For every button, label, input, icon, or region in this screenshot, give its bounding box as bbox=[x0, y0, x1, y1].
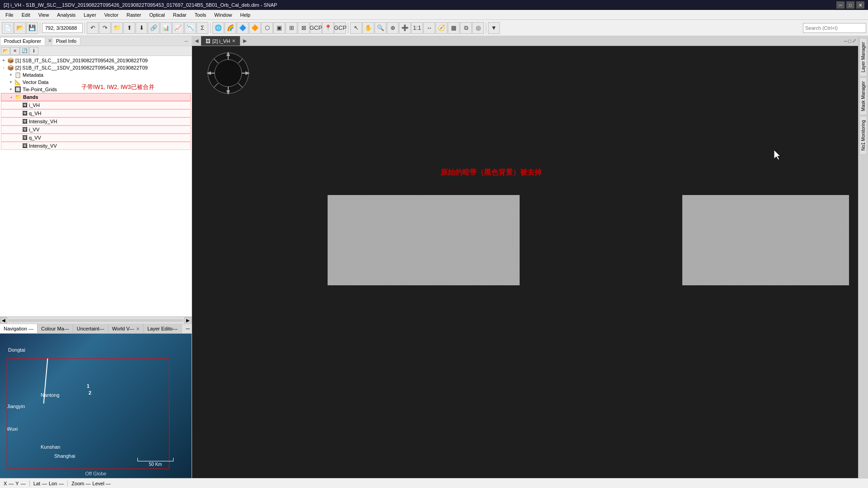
bottom-tabs-minimize[interactable]: ─ bbox=[186, 325, 190, 332]
menu-help[interactable]: Help bbox=[236, 11, 254, 19]
tree-item-tiepoint[interactable]: + 🔲 Tie-Point_Grids bbox=[1, 86, 191, 93]
world-view-button[interactable]: 🌐 bbox=[212, 22, 224, 34]
tab-navigation[interactable]: Navigation --- bbox=[0, 324, 38, 333]
toggle-bands[interactable]: - bbox=[9, 94, 14, 100]
toggle-intensityvv[interactable] bbox=[16, 143, 21, 149]
tile-button[interactable]: ▦ bbox=[448, 22, 460, 34]
import-button[interactable]: ⬆ bbox=[123, 22, 135, 34]
toggle-product2[interactable]: - bbox=[1, 65, 6, 70]
view-tab-close[interactable]: ✕ bbox=[232, 38, 235, 43]
zoom-fit-button[interactable]: ⊕ bbox=[387, 22, 399, 34]
tree-item-product1[interactable]: + 📦 [1] S1B_IT_SLC__1SDV_20190822T095426… bbox=[1, 57, 191, 64]
view-restore[interactable]: ⤢ bbox=[852, 38, 856, 44]
view-tab-ivh[interactable]: 🖼 [2] i_VH ✕ bbox=[201, 36, 240, 46]
statistics-button[interactable]: Σ bbox=[197, 22, 208, 34]
pe-scrollbar-h[interactable]: ◀ ▶ bbox=[0, 316, 192, 324]
menu-file[interactable]: File bbox=[2, 11, 17, 19]
blend-button[interactable]: ◎ bbox=[472, 22, 484, 34]
right-tab-layer-manager[interactable]: Layer Manager bbox=[859, 38, 867, 76]
pe-close-button[interactable]: ✕ bbox=[10, 47, 19, 55]
menu-analysis[interactable]: Analysis bbox=[53, 11, 79, 19]
open-button[interactable]: 📂 bbox=[14, 22, 26, 34]
menu-layer[interactable]: Layer bbox=[80, 11, 100, 19]
new-button[interactable]: 📄 bbox=[2, 22, 14, 34]
menu-view[interactable]: View bbox=[35, 11, 53, 19]
view-left-arrow[interactable]: ◀ bbox=[192, 36, 201, 46]
toggle-tiepoint[interactable]: + bbox=[8, 87, 14, 92]
view-maximize[interactable]: □ bbox=[848, 38, 851, 44]
tab-pixel-info[interactable]: Pixel Info bbox=[52, 37, 80, 45]
overlay-button[interactable]: ⧉ bbox=[460, 22, 472, 34]
spectrum-button[interactable]: 🌈 bbox=[225, 22, 236, 34]
redo-button[interactable]: ↷ bbox=[99, 22, 111, 34]
zoom-in-button[interactable]: 🔍 bbox=[375, 22, 386, 34]
gcp-button[interactable]: GCP bbox=[310, 22, 322, 34]
pins-button[interactable]: 📍 bbox=[322, 22, 334, 34]
nav-button[interactable]: 🧭 bbox=[436, 22, 447, 34]
sync-button[interactable]: ↔ bbox=[423, 22, 435, 34]
tree-item-metadata[interactable]: + 📋 Metadata bbox=[1, 71, 191, 79]
tab-uncertainty[interactable]: Uncertaint--- bbox=[73, 324, 108, 333]
menu-window[interactable]: Window bbox=[211, 11, 235, 19]
save-button[interactable]: 💾 bbox=[26, 22, 38, 34]
menu-edit[interactable]: Edit bbox=[18, 11, 34, 19]
pan-button[interactable]: ✋ bbox=[362, 22, 374, 34]
tree-item-qvh[interactable]: 🖼 q_VH bbox=[1, 109, 191, 117]
scroll-track-h[interactable] bbox=[8, 319, 183, 322]
toggle-qvv[interactable] bbox=[16, 135, 21, 140]
world-view-close[interactable]: ✕ bbox=[136, 326, 140, 331]
pointer-button[interactable]: ↖ bbox=[350, 22, 362, 34]
tree-item-bands[interactable]: - 📁 Bands bbox=[1, 93, 191, 101]
scroll-left[interactable]: ◀ bbox=[0, 317, 7, 324]
scroll-right[interactable]: ▶ bbox=[184, 317, 192, 324]
menu-tools[interactable]: Tools bbox=[191, 11, 210, 19]
pe-open-button[interactable]: 📂 bbox=[1, 47, 10, 55]
pe-info-button[interactable]: ℹ bbox=[29, 47, 38, 55]
tree-item-ivh[interactable]: 🖼 i_VH bbox=[1, 101, 191, 109]
histogram-button[interactable]: 📈 bbox=[172, 22, 184, 34]
close-button[interactable]: ✕ bbox=[856, 1, 864, 9]
view-minimize[interactable]: ─ bbox=[844, 38, 848, 44]
panel-minimize-button[interactable]: ─ bbox=[183, 38, 190, 44]
toggle-ivv[interactable] bbox=[16, 127, 21, 132]
right-tab-no1-monitoring[interactable]: No1 Monitoring bbox=[859, 116, 867, 155]
menu-optical[interactable]: Optical bbox=[145, 11, 168, 19]
tab-product-explorer[interactable]: Product Explorer bbox=[0, 37, 45, 45]
scatter-button[interactable]: 📉 bbox=[184, 22, 196, 34]
maximize-button[interactable]: □ bbox=[846, 1, 854, 9]
open-product-button[interactable]: 📁 bbox=[111, 22, 123, 34]
tool6-button[interactable]: ⊠ bbox=[298, 22, 310, 34]
image-canvas[interactable]: 原始的暗带（黑色背景）被去掉 bbox=[192, 46, 858, 478]
menu-vector[interactable]: Vector bbox=[101, 11, 122, 19]
undo-button[interactable]: ↶ bbox=[87, 22, 99, 34]
more-button[interactable]: ▼ bbox=[488, 22, 500, 34]
tool4-button[interactable]: ▣ bbox=[273, 22, 285, 34]
compass-widget[interactable] bbox=[206, 51, 251, 96]
search-input[interactable] bbox=[803, 23, 866, 33]
tool2-button[interactable]: 🔶 bbox=[249, 22, 261, 34]
tab-colour-map[interactable]: Colour Ma--- bbox=[38, 324, 73, 333]
tool5-button[interactable]: ⊞ bbox=[286, 22, 297, 34]
menu-raster[interactable]: Raster bbox=[123, 11, 145, 19]
right-tab-mask-manager[interactable]: Mask Manager bbox=[859, 77, 867, 115]
toggle-qvh[interactable] bbox=[16, 111, 21, 116]
profile-button[interactable]: 📊 bbox=[160, 22, 172, 34]
tree-item-ivv[interactable]: 🖼 i_VV bbox=[1, 125, 191, 134]
export-button[interactable]: ⬇ bbox=[136, 22, 147, 34]
graph-button[interactable]: 🔗 bbox=[148, 22, 160, 34]
view-right-arrow[interactable]: ▶ bbox=[240, 36, 249, 46]
tree-item-intensityvv[interactable]: 🖼 Intensity_VV bbox=[1, 142, 191, 150]
menu-radar[interactable]: Radar bbox=[169, 11, 190, 19]
tool3-button[interactable]: ⬡ bbox=[261, 22, 273, 34]
tool1-button[interactable]: 🔷 bbox=[237, 22, 249, 34]
toggle-product1[interactable]: + bbox=[1, 58, 6, 63]
tab-layer-editor[interactable]: Layer Edito--- bbox=[144, 324, 182, 333]
toggle-intensityvh[interactable] bbox=[16, 119, 21, 124]
toggle-metadata[interactable]: + bbox=[8, 72, 14, 78]
toggle-vector[interactable]: + bbox=[8, 79, 14, 85]
tab-world-view[interactable]: World V--- ✕ bbox=[108, 324, 144, 333]
zoom-100-button[interactable]: 1:1 bbox=[411, 22, 423, 34]
minimize-button[interactable]: ─ bbox=[836, 1, 845, 9]
pe-refresh-button[interactable]: 🔄 bbox=[20, 47, 29, 55]
zoom-out-button[interactable]: ➕ bbox=[399, 22, 411, 34]
